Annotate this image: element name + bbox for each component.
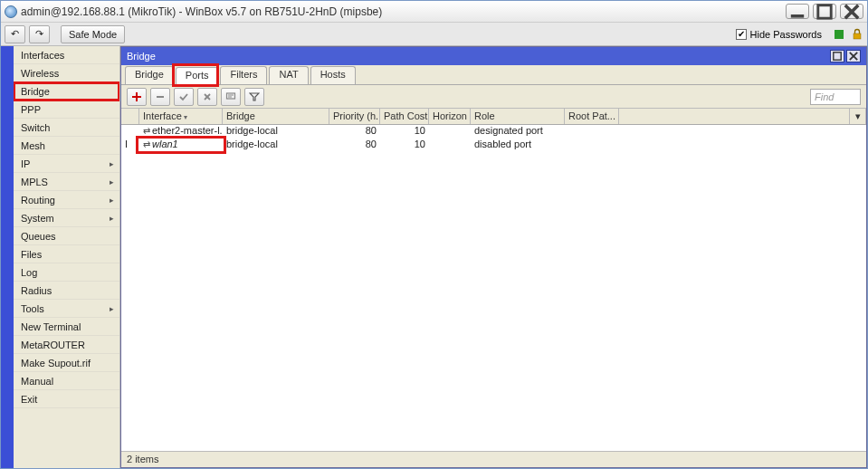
sidebar-accent <box>1 46 14 468</box>
sidebar-item-switch[interactable]: Switch <box>14 119 119 137</box>
sidebar-item-interfaces[interactable]: Interfaces <box>14 46 119 64</box>
sidebar-item-mesh[interactable]: Mesh <box>14 137 119 155</box>
tab-ports[interactable]: Ports <box>176 67 219 85</box>
disable-button[interactable] <box>197 88 217 106</box>
svg-rect-4 <box>854 34 861 39</box>
col-interface[interactable]: Interface <box>139 109 223 124</box>
grid-body[interactable]: ⇄ether2-master-l...bridge-local8010desig… <box>121 125 866 451</box>
sidebar-item-make-supout-rif[interactable]: Make Supout.rif <box>14 354 119 372</box>
hide-passwords-label: Hide Passwords <box>750 29 822 40</box>
col-bridge[interactable]: Bridge <box>223 109 329 124</box>
filter-button[interactable] <box>244 88 264 106</box>
col-horizon[interactable]: Horizon <box>429 109 471 124</box>
window-title: admin@192.168.88.1 (MikroTik) - WinBox v… <box>21 5 786 18</box>
bridge-window: Bridge BridgePortsFiltersNATHosts <box>120 46 867 468</box>
status-led-icon <box>835 30 844 39</box>
table-row[interactable]: ⇄ether2-master-l...bridge-local8010desig… <box>121 125 866 139</box>
sidebar-item-ppp[interactable]: PPP <box>14 100 119 119</box>
sidebar-item-metarouter[interactable]: MetaROUTER <box>14 336 119 354</box>
tab-nat[interactable]: NAT <box>269 66 308 84</box>
sidebar-item-wireless[interactable]: Wireless <box>14 64 119 82</box>
app-icon <box>5 5 17 18</box>
safe-mode-button[interactable]: Safe Mode <box>61 25 125 43</box>
redo-button[interactable]: ↷ <box>29 25 50 43</box>
undo-button[interactable]: ↶ <box>5 25 25 43</box>
main-toolbar: ↶ ↷ Safe Mode ✔ Hide Passwords <box>1 23 867 46</box>
bridge-window-title: Bridge <box>127 51 156 62</box>
col-priority[interactable]: Priority (h... <box>329 109 380 124</box>
maximize-button[interactable] <box>813 4 836 19</box>
svg-rect-13 <box>227 93 235 99</box>
sidebar-item-manual[interactable]: Manual <box>14 372 119 390</box>
tab-filters[interactable]: Filters <box>220 66 267 84</box>
sidebar-item-system[interactable]: System <box>14 209 119 227</box>
sidebar-item-new-terminal[interactable]: New Terminal <box>14 318 119 336</box>
checkmark-icon: ✔ <box>736 29 747 40</box>
col-rootpath[interactable]: Root Pat... <box>565 109 619 124</box>
grid-header: Interface Bridge Priority (h... Path Cos… <box>121 109 866 125</box>
sidebar-item-radius[interactable]: Radius <box>14 282 119 300</box>
content-area: Bridge BridgePortsFiltersNATHosts <box>120 46 867 468</box>
inner-close-button[interactable] <box>846 50 861 62</box>
remove-button[interactable] <box>150 88 170 106</box>
sidebar-item-ip[interactable]: IP <box>14 155 119 173</box>
sidebar-item-routing[interactable]: Routing <box>14 191 119 209</box>
col-spacer <box>619 109 850 124</box>
bridge-toolbar: Find <box>121 85 866 109</box>
close-button[interactable] <box>840 4 863 19</box>
table-row[interactable]: I⇄wlan1bridge-local8010disabled port <box>121 139 866 152</box>
main-window: admin@192.168.88.1 (MikroTik) - WinBox v… <box>0 0 868 469</box>
enable-button[interactable] <box>174 88 194 106</box>
status-bar: 2 items <box>121 451 866 467</box>
find-input[interactable]: Find <box>810 89 861 105</box>
sidebar-item-mpls[interactable]: MPLS <box>14 173 119 191</box>
lock-icon <box>851 28 863 41</box>
sidebar-item-bridge[interactable]: Bridge <box>14 82 119 100</box>
inner-restore-button[interactable] <box>830 50 844 62</box>
svg-marker-16 <box>250 93 259 100</box>
minimize-button[interactable] <box>786 4 809 19</box>
main-titlebar: admin@192.168.88.1 (MikroTik) - WinBox v… <box>1 1 867 23</box>
sidebar-item-log[interactable]: Log <box>14 263 119 282</box>
bridge-tabs: BridgePortsFiltersNATHosts <box>121 65 866 85</box>
sidebar-item-tools[interactable]: Tools <box>14 300 119 318</box>
svg-rect-5 <box>834 53 841 60</box>
sidebar: InterfacesWirelessBridgePPPSwitchMeshIPM… <box>14 46 120 468</box>
columns-dropdown-button[interactable]: ▾ <box>850 109 866 124</box>
col-pathcost[interactable]: Path Cost <box>380 109 429 124</box>
bridge-window-titlebar[interactable]: Bridge <box>121 47 866 65</box>
col-role[interactable]: Role <box>471 109 565 124</box>
add-button[interactable] <box>127 88 147 106</box>
comment-button[interactable] <box>221 88 241 106</box>
tab-hosts[interactable]: Hosts <box>310 66 356 84</box>
sidebar-item-exit[interactable]: Exit <box>14 390 119 408</box>
sidebar-item-queues[interactable]: Queues <box>14 227 119 245</box>
hide-passwords-checkbox[interactable]: ✔ Hide Passwords <box>736 29 822 40</box>
svg-rect-1 <box>818 5 831 17</box>
tab-bridge[interactable]: Bridge <box>125 66 174 84</box>
col-flag[interactable] <box>121 109 139 124</box>
sidebar-item-files[interactable]: Files <box>14 245 119 263</box>
